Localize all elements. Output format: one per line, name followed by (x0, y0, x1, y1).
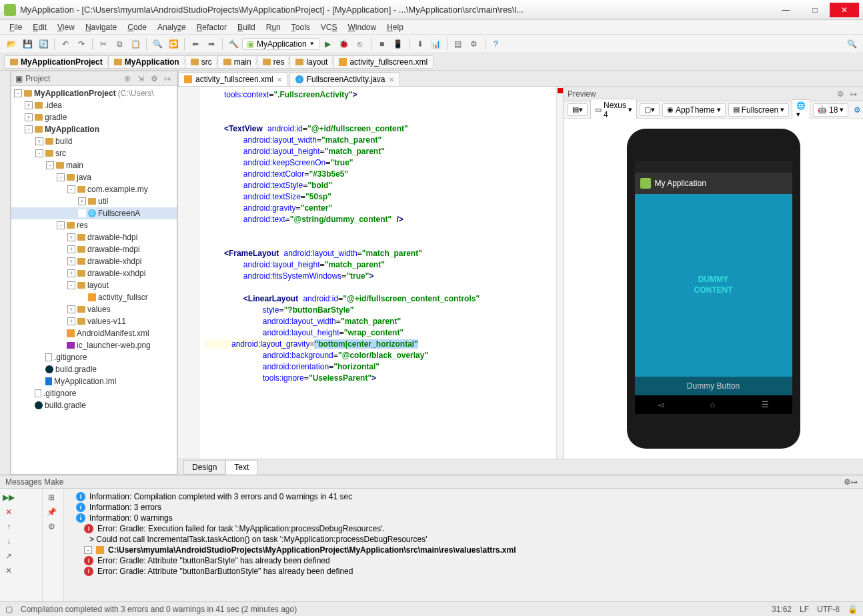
replace-icon[interactable]: 🔁 (166, 37, 181, 51)
paste-icon[interactable]: 📋 (128, 37, 143, 51)
tree-item[interactable]: AndroidManifest.xml (11, 327, 177, 339)
tab-design[interactable]: Design (183, 460, 225, 475)
menu-window[interactable]: Window (343, 21, 380, 33)
menu-help[interactable]: Help (383, 21, 407, 33)
help-icon[interactable]: ? (489, 37, 504, 51)
run-config-combo[interactable]: ▣ MyApplication ▼ (242, 38, 319, 50)
hide-icon[interactable]: ↦ (848, 89, 859, 99)
hide-icon[interactable]: ↦ (162, 74, 173, 83)
menu-file[interactable]: File (5, 21, 26, 33)
tree-item[interactable]: -MyApplication (11, 123, 177, 135)
tree-item[interactable]: .gitignore (11, 387, 177, 399)
message-row[interactable]: !Error: Gradle: Attribute "buttonBarButt… (67, 566, 860, 577)
down-icon[interactable]: ↓ (3, 535, 15, 547)
settings-icon[interactable]: ⚙ (467, 37, 482, 51)
tree-item[interactable]: CFullscreenA (11, 207, 177, 219)
orientation-button[interactable]: ▤▾ (568, 103, 588, 116)
lock-icon[interactable]: 🔒 (848, 605, 858, 614)
cut-icon[interactable]: ✂ (96, 37, 111, 51)
up-icon[interactable]: ↑ (3, 521, 15, 533)
menu-analyze[interactable]: Analyze (153, 21, 190, 33)
tree-item[interactable]: build.gradle (11, 363, 177, 375)
gear-icon[interactable]: ⚙ (844, 477, 851, 487)
gear-icon[interactable]: ⚙ (835, 89, 846, 99)
structure-icon[interactable]: ▤ (451, 37, 466, 51)
menu-run[interactable]: Run (262, 21, 285, 33)
monitor-icon[interactable]: 📊 (429, 37, 444, 51)
attach-icon[interactable]: ⎋ (353, 37, 367, 51)
message-row[interactable]: !Error: Gradle: Attribute "buttonBarStyl… (67, 555, 860, 566)
menu-refactor[interactable]: Refactor (193, 21, 231, 33)
redo-icon[interactable]: ↷ (74, 37, 89, 51)
crumb-main[interactable]: main (217, 55, 257, 69)
encoding[interactable]: UTF-8 (817, 605, 840, 614)
tree-item[interactable]: +values-v11 (11, 315, 177, 327)
gear-icon[interactable]: ⚙ (149, 74, 159, 83)
refresh-icon[interactable]: ⚙ (854, 105, 861, 115)
tree-item[interactable]: MyApplication.iml (11, 375, 177, 387)
locale-button[interactable]: 🌐▾ (792, 99, 810, 121)
api-combo[interactable]: 🤖 18▾ (813, 103, 848, 117)
project-tree[interactable]: -MyApplicationProject (C:\Users\+.idea+g… (11, 86, 177, 474)
copy-icon[interactable]: ⧉ (112, 37, 127, 51)
make-icon[interactable]: 🔨 (226, 37, 241, 51)
avd-icon[interactable]: 📱 (391, 37, 405, 51)
tree-item[interactable]: build.gradle (11, 399, 177, 411)
stop-icon[interactable]: ■ (375, 37, 389, 51)
find-icon[interactable]: 🔍 (150, 37, 165, 51)
stop-icon[interactable]: ✕ (3, 506, 15, 518)
tree-item[interactable]: ic_launcher-web.png (11, 339, 177, 351)
crumb-module[interactable]: MyApplication (108, 55, 185, 69)
line-separator[interactable]: LF (800, 605, 809, 614)
error-stripe[interactable] (556, 87, 563, 459)
close-button[interactable]: ✕ (830, 3, 859, 17)
tree-item[interactable]: +values (11, 303, 177, 315)
forward-icon[interactable]: ➡ (204, 37, 219, 51)
preview-canvas[interactable]: My Application DUMMY CONTENT Dummy Butto… (564, 119, 863, 459)
tree-item[interactable]: activity_fullscr (11, 291, 177, 303)
device-combo[interactable]: ▭ Nexus 4▾ (590, 99, 637, 121)
sync-icon[interactable]: 🔄 (36, 37, 51, 51)
tree-item[interactable]: +drawable-hdpi (11, 231, 177, 243)
crumb-layout[interactable]: layout (289, 55, 333, 69)
tree-item[interactable]: +.idea (11, 99, 177, 111)
config-button[interactable]: ▢▾ (640, 103, 660, 116)
tree-item[interactable]: -src (11, 147, 177, 159)
tree-item[interactable]: -com.example.my (11, 183, 177, 195)
theme-combo[interactable]: ◉ AppTheme▾ (662, 103, 726, 117)
menu-vcs[interactable]: VCS (317, 21, 341, 33)
maximize-button[interactable]: □ (800, 3, 830, 17)
collapse-icon[interactable]: ⇲ (135, 74, 146, 83)
menu-code[interactable]: Code (123, 21, 151, 33)
tree-item[interactable]: -layout (11, 279, 177, 291)
tab-fullscreen-java[interactable]: FullscreenActivity.java ✕ (289, 72, 400, 86)
menu-tools[interactable]: Tools (287, 21, 314, 33)
expand-icon[interactable]: ⊞ (45, 491, 57, 503)
tree-item[interactable]: +build (11, 135, 177, 147)
debug-icon[interactable]: 🐞 (337, 37, 351, 51)
message-row[interactable]: > Could not call IncrementalTask.taskAct… (67, 534, 860, 545)
export-icon[interactable]: ↗ (3, 550, 15, 562)
tree-item[interactable]: +drawable-xhdpi (11, 255, 177, 267)
close-msg-icon[interactable]: ✕ (3, 565, 15, 577)
close-tab-icon[interactable]: ✕ (389, 76, 394, 83)
crumb-project[interactable]: MyApplicationProject (4, 55, 109, 69)
code-editor[interactable]: tools:context=".FullscreenActivity"> <Te… (199, 87, 556, 459)
tree-item[interactable]: -res (11, 219, 177, 231)
tree-item[interactable]: -main (11, 159, 177, 171)
message-row[interactable]: -C:\Users\myumla\AndroidStudioProjects\M… (67, 545, 860, 555)
undo-icon[interactable]: ↶ (58, 37, 73, 51)
tree-item[interactable]: -java (11, 171, 177, 183)
minimize-button[interactable]: — (771, 3, 800, 17)
message-row[interactable]: iInformation: 3 errors (67, 502, 860, 513)
tree-item[interactable]: +drawable-mdpi (11, 243, 177, 255)
message-row[interactable]: iInformation: 0 warnings (67, 513, 860, 523)
message-row[interactable]: iInformation: Compilation completed with… (67, 491, 860, 502)
activity-combo[interactable]: ▤ Fullscreen▾ (728, 103, 789, 117)
tree-item[interactable]: +drawable-xxhdpi (11, 267, 177, 279)
save-icon[interactable]: 💾 (20, 37, 35, 51)
close-tab-icon[interactable]: ✕ (277, 76, 282, 83)
scroll-to-icon[interactable]: ⊕ (122, 74, 133, 83)
run-icon[interactable]: ▶ (321, 37, 335, 51)
tree-item[interactable]: .gitignore (11, 351, 177, 363)
